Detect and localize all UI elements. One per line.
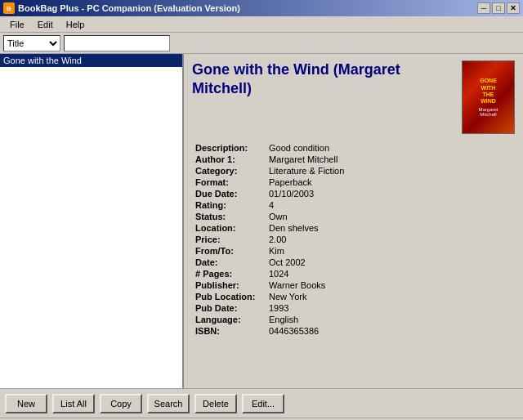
maximize-button[interactable]: □ bbox=[492, 2, 505, 14]
date-value: Oct 2002 bbox=[266, 257, 515, 268]
close-button[interactable]: ✕ bbox=[507, 2, 520, 14]
author-label: Author 1: bbox=[192, 154, 266, 165]
title-bar: B BookBag Plus - PC Companion (Evaluatio… bbox=[0, 0, 523, 16]
price-value: 2.00 bbox=[266, 234, 515, 245]
detail-row-pub-location: Pub Location: New York bbox=[192, 291, 515, 302]
window-title: BookBag Plus - PC Companion (Evaluation … bbox=[18, 3, 240, 13]
pages-label: # Pages: bbox=[192, 268, 266, 279]
edit-button[interactable]: Edit... bbox=[242, 394, 284, 413]
book-cover-image: GONEWITHTHEWIND MargaretMitchell bbox=[462, 60, 515, 134]
detail-row-from-to: From/To: Kim bbox=[192, 245, 515, 257]
format-label: Format: bbox=[192, 176, 266, 188]
detail-row-location: Location: Den shelves bbox=[192, 222, 515, 234]
menu-help[interactable]: Help bbox=[60, 18, 92, 31]
pages-value: 1024 bbox=[266, 268, 515, 279]
book-list: Gone with the Wind bbox=[0, 54, 184, 388]
book-details-table: Description: Good condition Author 1: Ma… bbox=[192, 142, 515, 337]
copy-button[interactable]: Copy bbox=[100, 394, 142, 413]
detail-row-pub-date: Pub Date: 1993 bbox=[192, 302, 515, 314]
description-value: Good condition bbox=[266, 142, 515, 154]
main-content: Gone with the Wind Gone with the Wind (M… bbox=[0, 54, 523, 389]
detail-row-language: Language: English bbox=[192, 314, 515, 325]
list-item[interactable]: Gone with the Wind bbox=[0, 54, 182, 67]
category-label: Category: bbox=[192, 165, 266, 176]
location-value: Den shelves bbox=[266, 222, 515, 234]
date-label: Date: bbox=[192, 257, 266, 268]
isbn-value: 0446365386 bbox=[266, 325, 515, 337]
due-date-label: Due Date: bbox=[192, 188, 266, 199]
pub-location-label: Pub Location: bbox=[192, 291, 266, 302]
author-value: Margaret Mitchell bbox=[266, 154, 515, 165]
detail-row-rating: Rating: 4 bbox=[192, 199, 515, 211]
toolbar: Title Author Category ISBN bbox=[0, 33, 523, 54]
language-label: Language: bbox=[192, 314, 266, 325]
isbn-label: ISBN: bbox=[192, 325, 266, 337]
detail-row-status: Status: Own bbox=[192, 211, 515, 222]
language-value: English bbox=[266, 314, 515, 325]
pub-date-value: 1993 bbox=[266, 302, 515, 314]
detail-row-description: Description: Good condition bbox=[192, 142, 515, 154]
search-field-select[interactable]: Title Author Category ISBN bbox=[3, 35, 60, 51]
action-buttons: New List All Copy Search Delete Edit... bbox=[0, 389, 523, 418]
publisher-label: Publisher: bbox=[192, 279, 266, 291]
book-header: Gone with the Wind (Margaret Mitchell) G… bbox=[192, 60, 515, 134]
pub-date-label: Pub Date: bbox=[192, 302, 266, 314]
menu-file[interactable]: File bbox=[3, 18, 31, 31]
format-value: Paperback bbox=[266, 176, 515, 188]
location-label: Location: bbox=[192, 222, 266, 234]
detail-row-format: Format: Paperback bbox=[192, 176, 515, 188]
new-button[interactable]: New bbox=[5, 394, 47, 413]
price-label: Price: bbox=[192, 234, 266, 245]
detail-row-category: Category: Literature & Fiction bbox=[192, 165, 515, 176]
book-title: Gone with the Wind (Margaret Mitchell) bbox=[192, 60, 445, 99]
category-value: Literature & Fiction bbox=[266, 165, 515, 176]
status-label: Status: bbox=[192, 211, 266, 222]
detail-row-price: Price: 2.00 bbox=[192, 234, 515, 245]
from-to-value: Kim bbox=[266, 245, 515, 257]
list-all-button[interactable]: List All bbox=[52, 394, 95, 413]
detail-row-isbn: ISBN: 0446365386 bbox=[192, 325, 515, 337]
search-button[interactable]: Search bbox=[147, 394, 190, 413]
from-to-label: From/To: bbox=[192, 245, 266, 257]
due-date-value: 01/10/2003 bbox=[266, 188, 515, 199]
detail-row-due-date: Due Date: 01/10/2003 bbox=[192, 188, 515, 199]
pub-location-value: New York bbox=[266, 291, 515, 302]
minimize-button[interactable]: ─ bbox=[477, 2, 490, 14]
description-label: Description: bbox=[192, 142, 266, 154]
menu-edit[interactable]: Edit bbox=[31, 18, 60, 31]
delete-button[interactable]: Delete bbox=[194, 394, 237, 413]
search-input[interactable] bbox=[64, 35, 170, 51]
title-bar-controls: ─ □ ✕ bbox=[477, 2, 520, 14]
app-icon: B bbox=[3, 2, 15, 14]
detail-row-date: Date: Oct 2002 bbox=[192, 257, 515, 268]
menu-bar: File Edit Help bbox=[0, 16, 523, 33]
detail-row-publisher: Publisher: Warner Books bbox=[192, 279, 515, 291]
rating-value: 4 bbox=[266, 199, 515, 211]
rating-label: Rating: bbox=[192, 199, 266, 211]
status-value: Own bbox=[266, 211, 515, 222]
publisher-value: Warner Books bbox=[266, 279, 515, 291]
detail-row-author: Author 1: Margaret Mitchell bbox=[192, 154, 515, 165]
book-detail-panel: Gone with the Wind (Margaret Mitchell) G… bbox=[184, 54, 523, 388]
detail-row-pages: # Pages: 1024 bbox=[192, 268, 515, 279]
